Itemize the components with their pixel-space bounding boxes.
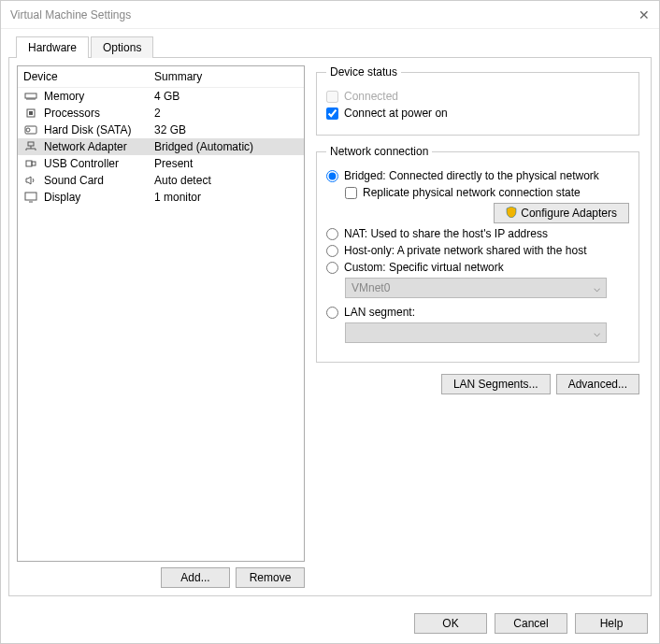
poweron-checkbox[interactable]: [326, 107, 338, 120]
device-summary: 32 GB: [154, 123, 298, 136]
svg-rect-0: [25, 93, 36, 98]
device-summary: 4 GB: [154, 90, 298, 103]
header-summary: Summary: [154, 70, 298, 83]
tab-options[interactable]: Options: [91, 36, 153, 58]
device-name: Display: [44, 191, 154, 204]
svg-rect-7: [29, 111, 33, 115]
configure-adapters-label: Configure Adapters: [521, 207, 617, 220]
lansegment-label: LAN segment:: [344, 306, 415, 319]
device-status-group: Device status Connected Connect at power…: [316, 65, 639, 136]
device-row[interactable]: Network AdapterBridged (Automatic): [18, 138, 304, 155]
bridged-label: Bridged: Connected directly to the physi…: [344, 169, 599, 182]
add-button[interactable]: Add...: [161, 567, 230, 588]
cancel-button[interactable]: Cancel: [495, 613, 567, 634]
svg-rect-10: [28, 142, 34, 146]
bridged-radio[interactable]: [326, 170, 338, 182]
tab-hardware[interactable]: Hardware: [16, 36, 89, 58]
replicate-label: Replicate physical network connection st…: [363, 186, 581, 199]
connected-checkbox: [326, 91, 338, 103]
nat-radio[interactable]: [326, 228, 338, 240]
device-row[interactable]: Processors2: [18, 105, 304, 122]
header-device: Device: [23, 70, 154, 83]
svg-rect-17: [25, 193, 36, 200]
connected-checkbox-row: Connected: [326, 90, 629, 103]
svg-point-9: [26, 128, 30, 132]
custom-label: Custom: Specific virtual network: [344, 261, 504, 274]
device-name: USB Controller: [44, 157, 154, 170]
configure-adapters-button[interactable]: Configure Adapters: [494, 203, 629, 223]
left-pane: Device Summary Memory4 GBProcessors2Hard…: [17, 65, 305, 588]
connected-label: Connected: [344, 90, 398, 103]
network-connection-legend: Network connection: [326, 145, 432, 158]
chevron-down-icon: ⌵: [594, 326, 600, 339]
device-row[interactable]: USB ControllerPresent: [18, 155, 304, 172]
device-row[interactable]: Sound CardAuto detect: [18, 172, 304, 189]
remove-button[interactable]: Remove: [236, 567, 305, 588]
device-list: Device Summary Memory4 GBProcessors2Hard…: [17, 65, 305, 562]
network-icon: [23, 140, 38, 153]
poweron-label: Connect at power on: [344, 107, 448, 120]
harddisk-icon: [23, 123, 38, 136]
display-icon: [23, 191, 38, 204]
lansegment-radio[interactable]: [326, 307, 338, 319]
device-list-header: Device Summary: [18, 66, 304, 88]
device-name: Network Adapter: [44, 140, 154, 153]
usb-icon: [23, 157, 38, 170]
processors-icon: [23, 107, 38, 120]
close-icon[interactable]: ✕: [638, 7, 650, 22]
device-summary: Auto detect: [154, 174, 298, 187]
poweron-checkbox-row: Connect at power on: [326, 107, 629, 120]
advanced-button[interactable]: Advanced...: [556, 374, 639, 394]
device-summary: Present: [154, 157, 298, 170]
device-summary: 1 monitor: [154, 191, 298, 204]
chevron-down-icon: ⌵: [594, 281, 600, 294]
titlebar: Virtual Machine Settings ✕: [1, 1, 659, 29]
lansegment-dropdown: ⌵: [345, 322, 607, 343]
device-row[interactable]: Display1 monitor: [18, 189, 304, 206]
device-row[interactable]: Hard Disk (SATA)32 GB: [18, 122, 304, 138]
replicate-checkbox[interactable]: [345, 187, 357, 199]
lan-segments-button[interactable]: LAN Segments...: [441, 374, 551, 394]
sound-icon: [23, 174, 38, 187]
device-summary: Bridged (Automatic): [154, 140, 298, 153]
device-summary: 2: [154, 107, 298, 120]
device-name: Memory: [44, 90, 154, 103]
hostonly-radio[interactable]: [326, 245, 338, 257]
tabs: Hardware Options: [16, 36, 652, 58]
right-pane: Device status Connected Connect at power…: [312, 65, 643, 588]
vmnet-dropdown: VMnet0 ⌵: [345, 278, 607, 298]
device-name: Hard Disk (SATA): [44, 123, 154, 136]
custom-radio[interactable]: [326, 262, 338, 274]
network-connection-group: Network connection Bridged: Connected di…: [316, 145, 639, 363]
hostonly-label: Host-only: A private network shared with…: [344, 244, 586, 257]
ok-button[interactable]: OK: [414, 613, 487, 634]
vmnet-value: VMnet0: [352, 281, 390, 294]
device-name: Processors: [44, 107, 154, 120]
nat-label: NAT: Used to share the host's IP address: [344, 227, 548, 240]
window: Virtual Machine Settings ✕ Hardware Opti…: [0, 0, 660, 644]
device-row[interactable]: Memory4 GB: [18, 88, 304, 105]
footer: OK Cancel Help: [1, 604, 659, 643]
svg-rect-15: [26, 161, 32, 166]
svg-rect-8: [25, 126, 36, 134]
tab-panel: Device Summary Memory4 GBProcessors2Hard…: [8, 57, 652, 596]
help-button[interactable]: Help: [575, 613, 648, 634]
shield-icon: [506, 207, 517, 221]
window-title: Virtual Machine Settings: [10, 8, 638, 21]
memory-icon: [23, 90, 38, 103]
svg-rect-16: [32, 162, 36, 165]
device-status-legend: Device status: [326, 65, 401, 79]
device-name: Sound Card: [44, 174, 154, 187]
